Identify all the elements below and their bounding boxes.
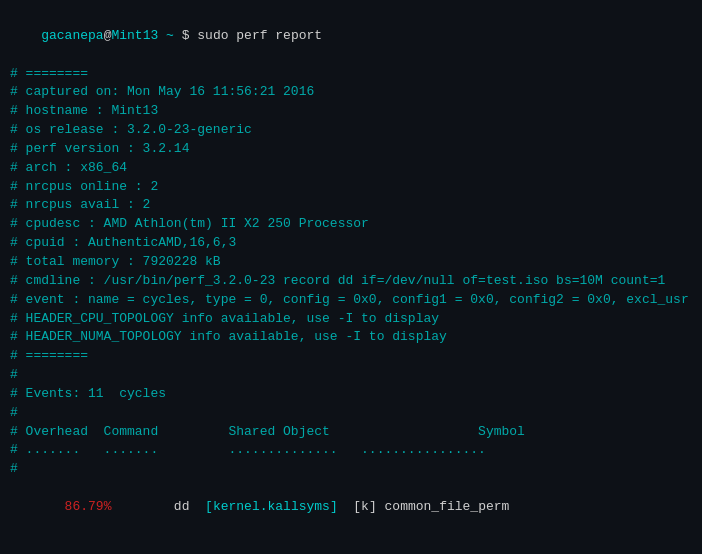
data-row-2: 11.41% dd perf_3.2.0-23 [.] memcpy xyxy=(10,536,692,554)
shared-1: [kernel.kallsyms] xyxy=(205,499,338,514)
line-cmdline: # cmdline : /usr/bin/perf_3.2.0-23 recor… xyxy=(10,272,692,291)
line-cpuid: # cpuid : AuthenticAMD,16,6,3 xyxy=(10,234,692,253)
line-cpu-topology: # HEADER_CPU_TOPOLOGY info available, us… xyxy=(10,310,692,329)
line-captured: # captured on: Mon May 16 11:56:21 2016 xyxy=(10,83,692,102)
prompt-user: gacanepa xyxy=(41,28,103,43)
line-equals-2: # ======== xyxy=(10,347,692,366)
command-1: dd xyxy=(174,499,190,514)
line-hash-1: # xyxy=(10,366,692,385)
spacer xyxy=(189,499,205,514)
data-row-1: 86.79% dd [kernel.kallsyms] [k] common_f… xyxy=(10,479,692,536)
line-nrcpus-avail: # nrcpus avail : 2 xyxy=(10,196,692,215)
line-numa-topology: # HEADER_NUMA_TOPOLOGY info available, u… xyxy=(10,328,692,347)
bracket-1: [k] xyxy=(353,499,376,514)
line-osrelease: # os release : 3.2.0-23-generic xyxy=(10,121,692,140)
line-column-header: # Overhead Command Shared Object Symbol xyxy=(10,423,692,442)
line-totalmem: # total memory : 7920228 kB xyxy=(10,253,692,272)
spacer xyxy=(111,499,173,514)
terminal: gacanepa@Mint13 ~ $ sudo perf report # =… xyxy=(0,0,702,554)
prompt-host: Mint13 xyxy=(111,28,158,43)
spacer xyxy=(338,499,354,514)
top-prompt-line: gacanepa@Mint13 ~ $ sudo perf report xyxy=(10,8,692,65)
prompt-dollar: $ xyxy=(182,28,198,43)
spacer xyxy=(377,499,385,514)
line-perfversion: # perf version : 3.2.14 xyxy=(10,140,692,159)
line-cpudesc: # cpudesc : AMD Athlon(tm) II X2 250 Pro… xyxy=(10,215,692,234)
symbol-1: common_file_perm xyxy=(385,499,510,514)
line-events: # Events: 11 cycles xyxy=(10,385,692,404)
line-hash-3: # xyxy=(10,460,692,479)
line-hash-2: # xyxy=(10,404,692,423)
line-event: # event : name = cycles, type = 0, confi… xyxy=(10,291,692,310)
prompt-cmd: sudo perf report xyxy=(197,28,322,43)
prompt-path: ~ xyxy=(158,28,181,43)
line-equals-1: # ======== xyxy=(10,65,692,84)
line-dots: # ....... ....... .............. .......… xyxy=(10,441,692,460)
line-hostname: # hostname : Mint13 xyxy=(10,102,692,121)
line-nrcpus-online: # nrcpus online : 2 xyxy=(10,178,692,197)
overhead-1: 86.79% xyxy=(41,499,111,514)
line-arch: # arch : x86_64 xyxy=(10,159,692,178)
